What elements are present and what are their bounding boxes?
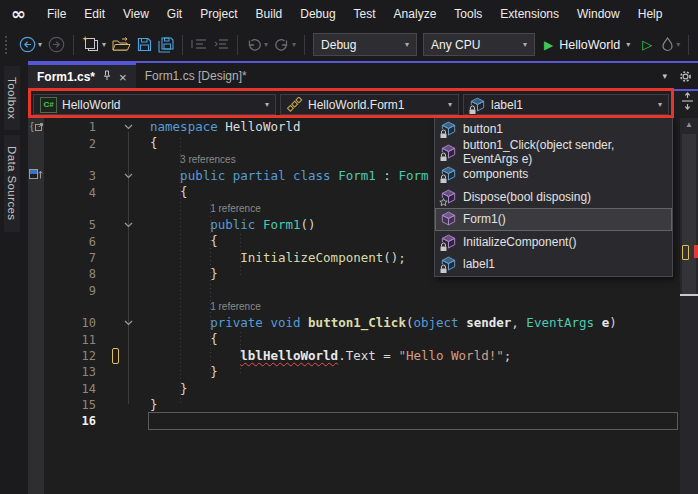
member-item-form1[interactable]: Form1()	[435, 208, 672, 231]
line-number: 1	[44, 120, 104, 134]
side-tab-data-sources[interactable]: Data Sources	[4, 135, 20, 231]
code-line-text[interactable]: {	[146, 135, 158, 151]
code-line-text[interactable]: namespace HelloWorld	[146, 119, 301, 135]
namespace-margin-icon[interactable]: {	[30, 121, 43, 132]
type-dropdown[interactable]: HelloWorld.Form1 ▾	[280, 94, 459, 115]
back-dropdown-caret[interactable]: ▾	[38, 41, 42, 49]
code-line-text[interactable]: }	[146, 266, 218, 282]
code-line-text[interactable]: }	[146, 397, 158, 413]
change-margin-cell	[104, 201, 110, 217]
code-line-text[interactable]: public Form1()	[146, 217, 316, 233]
pin-icon[interactable]	[102, 70, 112, 84]
menu-item-window[interactable]: Window	[568, 7, 629, 21]
member-item-components[interactable]: components	[435, 163, 672, 186]
split-window-icon	[680, 92, 695, 110]
member-item-label: button1	[463, 122, 503, 136]
menu-item-git[interactable]: Git	[158, 7, 191, 21]
scrollbar-change-mark	[682, 245, 689, 260]
side-tab-toolbox[interactable]: Toolbox	[4, 66, 20, 130]
member-item-label1[interactable]: label1	[435, 253, 672, 276]
start-dropdown-caret[interactable]: ▾	[626, 41, 630, 49]
fold-margin-cell[interactable]	[110, 222, 146, 228]
changed-line-margin-mark	[112, 348, 119, 364]
menu-item-edit[interactable]: Edit	[75, 7, 114, 21]
start-debugging-button[interactable]: ▶ HelloWorld ▾	[544, 38, 630, 52]
split-window-handle[interactable]	[680, 92, 695, 114]
csharp-project-icon: C#	[40, 97, 57, 113]
glyph-margin-cell	[28, 135, 44, 151]
document-list-dropdown[interactable]: ▾	[662, 71, 667, 81]
toolbar-separator	[688, 35, 689, 55]
hot-reload-caret[interactable]: ▾	[676, 41, 680, 49]
fold-margin-cell[interactable]	[110, 173, 146, 179]
menu-item-file[interactable]: File	[38, 7, 75, 21]
undo-dropdown-caret[interactable]: ▾	[264, 41, 268, 49]
new-project-dropdown-caret[interactable]: ▾	[102, 41, 106, 49]
redo-button-disabled[interactable]: ▾	[271, 32, 299, 58]
uncomment-indent-button-disabled[interactable]	[210, 32, 232, 58]
project-caret-icon: ▾	[265, 101, 269, 109]
document-tab-form1cs[interactable]: Form1.cs*×	[28, 63, 136, 89]
member-dropdown[interactable]: label1 ▾	[463, 94, 669, 115]
line-number: 10	[44, 316, 104, 330]
undo-button-disabled[interactable]: ▾	[243, 32, 271, 58]
code-line-text[interactable]: {	[146, 184, 188, 200]
save-all-button[interactable]	[155, 32, 177, 58]
document-tab-form1csdesign[interactable]: Form1.cs [Design]*	[136, 63, 256, 89]
navigate-backward-button[interactable]: ▾	[16, 32, 45, 58]
hot-reload-button-disabled[interactable]: ▾	[658, 32, 683, 58]
editor-vertical-scrollbar[interactable]: ▲	[680, 118, 698, 494]
code-line-text[interactable]: }	[146, 381, 188, 397]
solution-configurations-dropdown[interactable]: Debug ▾	[313, 33, 417, 56]
project-dropdown[interactable]: C# HelloWorld ▾	[33, 94, 276, 115]
code-line-text[interactable]: public partial class Form1 : Form	[146, 168, 429, 184]
scrollbar-up-arrow[interactable]: ▲	[680, 121, 698, 129]
code-line-text[interactable]: InitializeComponent();	[146, 250, 406, 266]
code-line-text[interactable]: private void button1_Click(object sender…	[146, 315, 617, 331]
menu-item-view[interactable]: View	[114, 7, 158, 21]
code-row: 11 {	[28, 331, 680, 347]
menu-item-extensions[interactable]: Extensions	[491, 7, 568, 21]
start-without-debugging-button[interactable]: ▷	[642, 38, 652, 51]
member-item-button1-click-object-sender-eventargs-e[interactable]: button1_Click(object sender, EventArgs e…	[435, 141, 672, 164]
menu-item-tools[interactable]: Tools	[445, 7, 491, 21]
menu-item-analyze[interactable]: Analyze	[385, 7, 446, 21]
redo-dropdown-caret[interactable]: ▾	[292, 41, 296, 49]
member-item-label: Dispose(bool disposing)	[463, 190, 591, 204]
menu-item-debug[interactable]: Debug	[291, 7, 344, 21]
code-line-text[interactable]: {	[146, 331, 218, 347]
scrollbar-thumb[interactable]	[682, 134, 696, 294]
glyph-margin-cell	[28, 331, 44, 347]
fold-margin-cell[interactable]	[110, 320, 146, 326]
member-item-initializecomponent[interactable]: InitializeComponent()	[435, 231, 672, 254]
gear-icon[interactable]	[679, 70, 692, 83]
codelens-references[interactable]: 3 references	[146, 154, 236, 165]
open-file-button[interactable]	[109, 32, 134, 58]
tab-label: Form1.cs*	[37, 70, 95, 84]
glyph-margin-cell	[28, 201, 44, 217]
member-item-dispose-bool-disposing[interactable]: Dispose(bool disposing)	[435, 186, 672, 209]
close-icon[interactable]: ×	[119, 71, 127, 84]
fold-margin-cell[interactable]	[110, 124, 146, 130]
menu-item-build[interactable]: Build	[247, 7, 292, 21]
codelens-references[interactable]: 1 reference	[146, 203, 261, 214]
member-item-label: Form1()	[463, 212, 506, 226]
save-all-icon	[158, 37, 174, 53]
toolbar-grip[interactable]	[5, 36, 10, 54]
code-line-text[interactable]: }	[146, 364, 218, 380]
save-button[interactable]	[134, 32, 155, 58]
solution-platforms-dropdown[interactable]: Any CPU ▾	[423, 33, 535, 56]
code-line-text[interactable]: {	[146, 233, 218, 249]
lock-icon	[468, 105, 477, 115]
comment-indent-button-disabled[interactable]	[188, 32, 210, 58]
inheritance-margin-icon[interactable]	[29, 168, 43, 180]
codelens-references[interactable]: 1 reference	[146, 301, 261, 312]
code-line-text[interactable]: lblHelloWorld.Text = "Hello World!";	[146, 348, 511, 364]
new-project-button[interactable]: ▾	[79, 32, 109, 58]
menu-item-help[interactable]: Help	[629, 7, 672, 21]
navigate-forward-button[interactable]	[45, 32, 68, 58]
change-margin-cell	[104, 397, 110, 413]
type-dropdown-value: HelloWorld.Form1	[308, 98, 404, 112]
menu-item-test[interactable]: Test	[345, 7, 385, 21]
menu-item-project[interactable]: Project	[191, 7, 246, 21]
